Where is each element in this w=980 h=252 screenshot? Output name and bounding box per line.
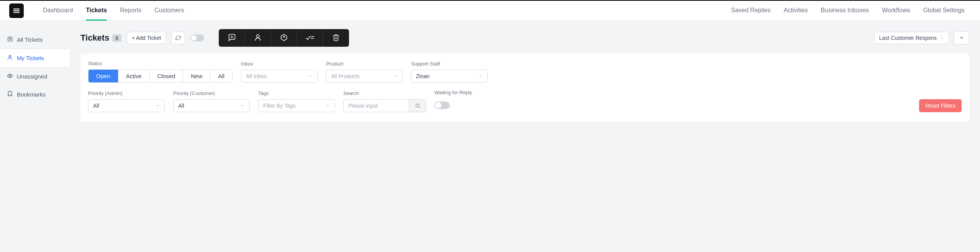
priority-admin-value: All [93,103,99,109]
sidebar-item-unassigned[interactable]: Unassigned [0,67,70,85]
inbox-label: Inbox [241,61,318,67]
eye-icon [7,73,13,80]
svg-point-3 [9,56,11,57]
chevron-down-icon [393,74,398,79]
tags-select[interactable]: Filter By Tags [258,99,335,112]
nav-activities[interactable]: Activities [783,1,808,21]
chevron-down-icon [478,74,483,79]
sidebar-item-all-tickets[interactable]: All Tickets [0,31,70,49]
more-actions-button[interactable] [954,31,969,44]
search-button[interactable] [409,100,426,112]
status-option-all[interactable]: All [210,70,232,82]
message-icon [228,33,236,43]
tags-label: Tags [258,90,335,96]
waiting-toggle[interactable] [434,101,450,109]
bulk-action-toolbar: abcde [219,29,349,47]
status-option-closed[interactable]: Closed [150,70,184,82]
refresh-button[interactable] [171,31,185,44]
status-segmented: OpenActiveClosedNewAll [88,69,233,83]
page-title-text: Tickets [80,33,109,43]
add-ticket-button[interactable]: + Add Ticket [127,32,166,44]
tag-icon [280,33,288,43]
svg-point-7 [256,34,259,37]
bulk-action-trash[interactable]: e [323,29,349,47]
status-option-new[interactable]: New [183,70,210,82]
inbox-value: All Inbox [246,73,267,79]
sidebar-item-label: Bookmarks [17,91,46,98]
svg-line-13 [418,107,420,108]
add-ticket-label: + Add Ticket [132,35,161,41]
user-icon [7,54,13,62]
product-select[interactable]: All Products [326,70,403,83]
priority-customer-label: Priority (Customer) [173,90,250,96]
support-staff-label: Support Staff [411,61,488,67]
search-icon [415,103,420,108]
bulk-action-mark-done[interactable]: d [297,29,323,47]
priority-customer-select[interactable]: All [173,99,250,112]
sidebar-item-bookmarks[interactable]: Bookmarks [0,85,70,103]
nav-reports[interactable]: Reports [120,1,141,21]
search-input[interactable] [344,100,409,112]
tags-value: Filter By Tags [263,103,296,109]
svg-point-4 [9,75,11,77]
mark-done-icon [305,33,315,43]
priority-customer-value: All [178,103,184,109]
sidebar-item-label: All Tickets [17,36,43,43]
list-icon [7,36,13,43]
status-label: Status [88,61,233,66]
sort-select[interactable]: Last Customer Respons [874,32,949,44]
nav-tickets[interactable]: Tickets [86,1,107,21]
priority-admin-select[interactable]: All [88,99,165,112]
chevron-down-icon [155,103,160,108]
product-label: Product [326,61,403,67]
svg-point-12 [416,104,419,107]
assign-user-icon [254,33,262,43]
nav-global-settings[interactable]: Global Settings [923,1,965,21]
ticket-count-badge: 5 [112,34,121,42]
app-logo[interactable] [9,3,24,18]
status-option-active[interactable]: Active [118,70,150,82]
nav-dashboard[interactable]: Dashboard [43,1,73,21]
header-toggle[interactable] [190,34,204,41]
priority-admin-label: Priority (Admin) [88,90,165,96]
chevron-down-icon [940,36,944,40]
nav-business-inboxes[interactable]: Business Inboxes [821,1,869,21]
bulk-action-assign-user[interactable]: b [245,29,271,47]
sidebar-item-label: My Tickets [17,55,44,61]
product-value: All Products [331,73,360,79]
trash-icon [332,33,340,43]
inbox-select[interactable]: All Inbox [241,70,318,83]
caret-down-icon [959,36,964,40]
sidebar-item-label: Unassigned [17,73,47,80]
waiting-label: Waiting for Reply [434,90,472,95]
sort-value: Last Customer Respons [879,35,937,41]
reset-filters-button[interactable]: Reset Filters [919,99,962,112]
bookmark-icon [7,91,13,98]
chevron-down-icon [240,103,245,108]
chevron-down-icon [325,103,330,108]
support-staff-select[interactable]: Zinan [411,70,488,83]
chevron-down-icon [308,74,313,79]
status-option-open[interactable]: Open [88,70,118,82]
bulk-action-tag[interactable]: c [271,29,297,47]
support-staff-value: Zinan [416,73,429,79]
bulk-action-message[interactable]: a [219,29,245,47]
svg-point-8 [283,36,284,37]
sidebar-item-my-tickets[interactable]: My Tickets [0,49,70,67]
page-title: Tickets 5 [80,33,121,43]
nav-workflows[interactable]: Workflows [882,1,910,21]
nav-saved-replies[interactable]: Saved Replies [731,1,770,21]
search-label: Search [343,90,426,96]
nav-customers[interactable]: Customers [154,1,184,21]
svg-marker-11 [960,37,963,39]
